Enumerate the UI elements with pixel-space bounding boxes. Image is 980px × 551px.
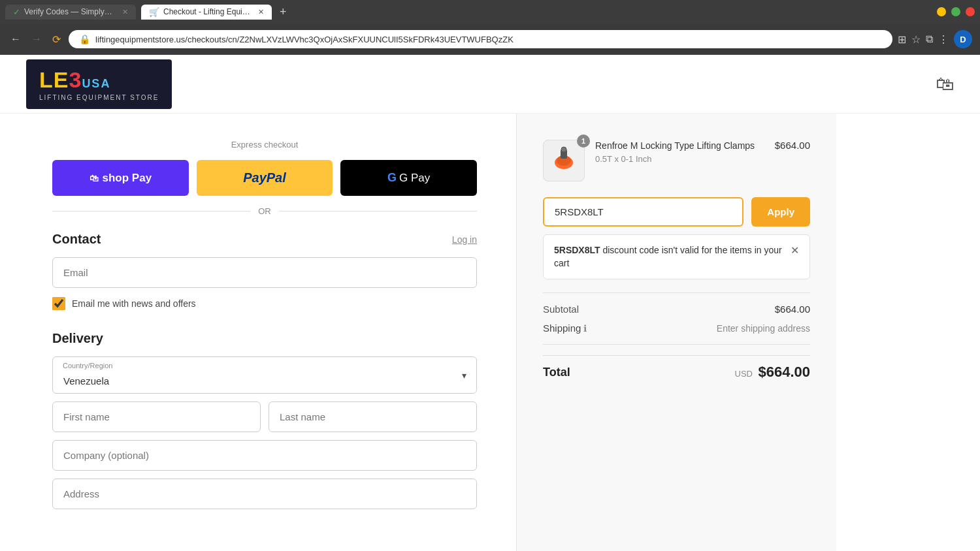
new-tab-button[interactable]: + xyxy=(277,5,289,19)
delivery-section: Delivery Country/Region Venezuela United… xyxy=(52,331,477,509)
product-quantity-badge: 1 xyxy=(577,134,590,148)
contact-title: Contact xyxy=(52,232,101,247)
extensions-button[interactable]: ⧉ xyxy=(926,33,933,45)
error-close-button[interactable]: ✕ xyxy=(791,244,799,257)
newsletter-label: Email me with news and offers xyxy=(72,298,196,309)
address-bar[interactable]: 🔒 liftingequipmentstore.us/checkouts/cn/… xyxy=(69,30,892,48)
apply-discount-button[interactable]: Apply xyxy=(751,197,810,227)
menu-button[interactable]: ⋮ xyxy=(938,33,949,46)
contact-section: Contact Log in Email me with news and of… xyxy=(52,232,477,310)
address-field[interactable] xyxy=(52,479,477,509)
product-item: 1 Renfroe M Locking Type Lifting Clamps … xyxy=(543,140,810,181)
subtotal-value: $664.00 xyxy=(775,304,810,315)
product-price: $664.00 xyxy=(775,140,810,151)
total-value: $664.00 xyxy=(758,364,810,380)
minimize-button[interactable] xyxy=(937,7,946,16)
last-name-field[interactable] xyxy=(269,401,477,432)
total-divider xyxy=(543,344,810,345)
google-g-icon: G xyxy=(387,171,397,185)
total-label: Total xyxy=(543,366,570,379)
newsletter-checkbox[interactable] xyxy=(52,297,65,310)
checkout-form: Express checkout 🛍 shop Pay PayPal G G P… xyxy=(0,114,516,551)
shipping-label: Shipping xyxy=(543,323,581,334)
bookmark-button[interactable]: ☆ xyxy=(911,33,921,46)
site-header: LE3USA LIFTING EQUIPMENT STORE 🛍 xyxy=(0,55,980,114)
tab-1-close[interactable]: ✕ xyxy=(122,8,128,16)
country-region-wrapper: Country/Region Venezuela United States U… xyxy=(52,356,477,394)
tab-2[interactable]: 🛒 Checkout - Lifting Equipment S... ✕ xyxy=(141,5,272,20)
tab-2-close[interactable]: ✕ xyxy=(258,8,264,16)
product-details: Renfroe M Locking Type Lifting Clamps 0.… xyxy=(595,140,764,164)
back-button[interactable]: ← xyxy=(8,31,24,48)
paypal-button[interactable]: PayPal xyxy=(197,160,333,196)
discount-error-message: 5RSDX8LT discount code isn't valid for t… xyxy=(543,234,810,279)
gpay-button[interactable]: G G Pay xyxy=(340,160,477,196)
product-image-wrapper: 1 xyxy=(543,140,585,181)
product-image-svg xyxy=(547,144,580,177)
shipping-value: Enter shipping address xyxy=(717,323,810,334)
shop-pay-icon: 🛍 xyxy=(90,173,99,183)
subtotal-label: Subtotal xyxy=(543,304,579,315)
close-button[interactable] xyxy=(966,7,975,16)
total-currency: USD xyxy=(735,369,753,379)
shipping-row: Shipping ℹ Enter shipping address xyxy=(543,323,810,334)
forward-button[interactable]: → xyxy=(29,31,44,48)
log-in-link[interactable]: Log in xyxy=(452,234,477,245)
shop-pay-button[interactable]: 🛍 shop Pay xyxy=(52,160,189,196)
country-select[interactable]: Venezuela United States United Kingdom xyxy=(52,356,477,394)
svg-point-4 xyxy=(561,147,566,152)
first-name-field[interactable] xyxy=(52,401,261,432)
product-variant: 0.5T x 0-1 Inch xyxy=(595,154,764,164)
cart-button[interactable]: 🛍 xyxy=(936,73,954,95)
discount-row: Apply xyxy=(543,197,810,227)
country-label: Country/Region xyxy=(63,362,112,370)
newsletter-row: Email me with news and offers xyxy=(52,297,477,310)
company-field[interactable] xyxy=(52,440,477,471)
cart-icon: 🛍 xyxy=(936,74,954,94)
express-checkout-label: Express checkout xyxy=(52,140,477,150)
tab-1[interactable]: ✓ Verify Codes — SimplyCodes ✕ xyxy=(5,5,136,20)
email-field[interactable] xyxy=(52,257,477,288)
divider xyxy=(543,292,810,293)
name-row xyxy=(52,401,477,432)
profile-avatar[interactable]: D xyxy=(954,30,972,48)
total-row: Total USD $664.00 xyxy=(543,355,810,381)
order-summary: 1 Renfroe M Locking Type Lifting Clamps … xyxy=(516,114,836,551)
translate-button[interactable]: ⊞ xyxy=(898,33,906,46)
product-name: Renfroe M Locking Type Lifting Clamps xyxy=(595,140,764,153)
site-logo[interactable]: LE3USA LIFTING EQUIPMENT STORE xyxy=(26,59,172,109)
product-image xyxy=(543,140,585,181)
maximize-button[interactable] xyxy=(951,7,960,16)
discount-code-input[interactable] xyxy=(543,197,743,227)
reload-button[interactable]: ⟳ xyxy=(50,31,63,48)
delivery-title: Delivery xyxy=(52,331,103,346)
express-checkout-buttons: 🛍 shop Pay PayPal G G Pay xyxy=(52,160,477,196)
shipping-info-icon[interactable]: ℹ xyxy=(583,323,587,334)
or-divider: OR xyxy=(52,206,477,216)
subtotal-row: Subtotal $664.00 xyxy=(543,304,810,315)
